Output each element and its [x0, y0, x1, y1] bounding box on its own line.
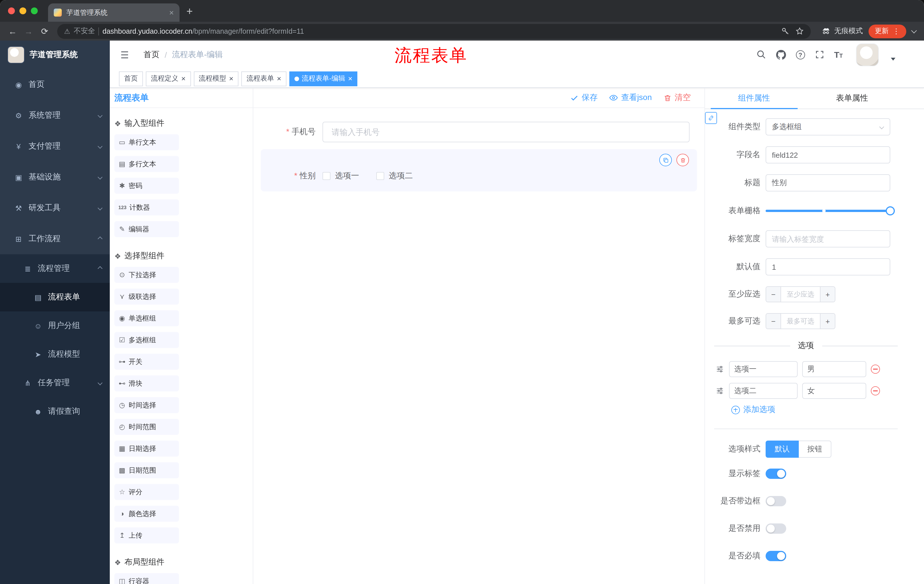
password-key-icon[interactable]: [781, 27, 790, 35]
comp-counter[interactable]: 123计数器: [114, 199, 179, 216]
tag-process-definition[interactable]: 流程定义 ×: [146, 71, 191, 86]
tag-home[interactable]: 首页: [119, 71, 143, 86]
sidebar-item-task-management[interactable]: ⋔ 任务管理: [0, 368, 110, 397]
tag-close-icon[interactable]: ×: [181, 75, 186, 82]
tag-close-icon[interactable]: ×: [277, 75, 281, 82]
toolbar-chevron-icon[interactable]: [911, 28, 917, 33]
browser-menu-icon[interactable]: ⋮: [893, 27, 900, 35]
field-name-input[interactable]: [766, 146, 890, 163]
back-button[interactable]: ←: [5, 26, 21, 36]
sidebar-item-home[interactable]: ◉ 首页: [0, 69, 110, 100]
sidebar-item-process-form[interactable]: ▤ 流程表单: [0, 283, 110, 311]
decrease-button[interactable]: −: [766, 314, 781, 329]
comp-color-picker[interactable]: ◑颜色选择: [114, 506, 179, 522]
tag-process-model[interactable]: 流程模型 ×: [193, 71, 238, 86]
comp-slider[interactable]: ⊷滑块: [114, 375, 179, 392]
increase-button[interactable]: +: [820, 287, 835, 302]
sidebar-logo[interactable]: 芋道管理系统: [0, 41, 110, 69]
show-label-switch[interactable]: [766, 469, 786, 479]
drag-handle-icon[interactable]: [715, 365, 724, 374]
drawing-item-gender[interactable]: 性别 选项一 选项二: [261, 149, 697, 191]
window-zoom-button[interactable]: [31, 7, 38, 14]
fullscreen-icon[interactable]: [815, 50, 824, 59]
comp-multi-line-text[interactable]: ▤多行文本: [114, 156, 179, 172]
border-switch[interactable]: [766, 496, 786, 506]
reload-button[interactable]: ⟳: [36, 26, 53, 36]
help-icon[interactable]: ?: [795, 50, 805, 59]
gender-option2-checkbox[interactable]: 选项二: [376, 171, 413, 181]
title-input[interactable]: [766, 174, 890, 191]
tab-close-icon[interactable]: ×: [169, 8, 174, 16]
comp-row-container[interactable]: ◫行容器: [114, 573, 179, 584]
comp-editor[interactable]: ✎编辑器: [114, 221, 179, 237]
comp-time-picker[interactable]: ◷时间选择: [114, 397, 179, 413]
sidebar-item-payment-management[interactable]: ¥ 支付管理: [0, 131, 110, 162]
forward-button[interactable]: →: [21, 26, 36, 36]
add-option-button[interactable]: 添加选项: [731, 405, 898, 415]
gender-option1-checkbox[interactable]: 选项一: [322, 171, 359, 181]
form-grid-slider[interactable]: [766, 210, 890, 212]
drag-handle-icon[interactable]: [715, 386, 724, 395]
sidebar-item-infrastructure[interactable]: ▣ 基础设施: [0, 162, 110, 192]
update-button[interactable]: 更新 ⋮: [868, 24, 906, 38]
sidebar-item-leave-query[interactable]: ☻ 请假查询: [0, 397, 110, 426]
comp-date-picker[interactable]: ▦日期选择: [114, 441, 179, 457]
disabled-switch[interactable]: [766, 523, 786, 534]
style-default-button[interactable]: 默认: [766, 441, 799, 458]
sidebar-item-workflow[interactable]: ⊞ 工作流程: [0, 224, 110, 254]
tag-close-icon[interactable]: ×: [229, 75, 233, 82]
comp-time-range[interactable]: ◴时间范围: [114, 419, 179, 435]
comp-single-line-text[interactable]: ▭单行文本: [114, 134, 179, 150]
window-minimize-button[interactable]: [20, 7, 26, 14]
increase-button[interactable]: +: [820, 314, 835, 329]
remove-option-button[interactable]: [871, 365, 880, 374]
option-value-input[interactable]: [802, 361, 866, 377]
breadcrumb-home[interactable]: 首页: [144, 49, 160, 60]
save-button[interactable]: 保存: [570, 92, 598, 103]
tag-close-icon[interactable]: ×: [348, 75, 353, 82]
clear-button[interactable]: 清空: [663, 92, 691, 103]
github-icon[interactable]: [776, 49, 786, 60]
hamburger-icon[interactable]: [119, 49, 130, 60]
decrease-button[interactable]: −: [766, 287, 781, 302]
comp-date-range[interactable]: ▩日期范围: [114, 462, 179, 478]
style-button-button[interactable]: 按钮: [799, 441, 832, 458]
copy-component-button[interactable]: [659, 154, 672, 166]
default-value-input[interactable]: [766, 258, 890, 275]
min-select-value[interactable]: 至少应选: [781, 287, 820, 302]
tag-process-form-edit[interactable]: 流程表单-编辑 ×: [289, 71, 358, 86]
option-label-input[interactable]: [729, 383, 798, 399]
comp-rate[interactable]: ☆评分: [114, 484, 179, 500]
browser-tab[interactable]: 芋道管理系统 ×: [48, 3, 180, 22]
comp-password[interactable]: ✱密码: [114, 178, 179, 194]
bookmark-star-icon[interactable]: [795, 27, 804, 35]
sidebar-item-system-management[interactable]: ⚙ 系统管理: [0, 100, 110, 131]
comp-checkbox-group[interactable]: ☑多选框组: [114, 332, 179, 348]
view-json-button[interactable]: 查看json: [609, 92, 652, 103]
user-avatar[interactable]: [856, 43, 879, 66]
font-size-icon[interactable]: TT: [834, 50, 843, 59]
tag-process-form[interactable]: 流程表单 ×: [241, 71, 286, 86]
comp-switch[interactable]: ⊶开关: [114, 354, 179, 370]
address-bar[interactable]: ⚠ 不安全 dashboard.yudao.iocoder.cn/bpm/man…: [57, 24, 811, 39]
new-tab-button[interactable]: +: [186, 5, 193, 16]
remove-option-button[interactable]: [871, 386, 880, 395]
sidebar-item-process-model[interactable]: ➤ 流程模型: [0, 340, 110, 368]
slider-handle[interactable]: [886, 206, 895, 216]
link-icon[interactable]: [705, 112, 717, 124]
option-value-input[interactable]: [802, 383, 866, 399]
comp-upload[interactable]: ↥上传: [114, 527, 179, 543]
max-select-value[interactable]: 最多可选: [781, 314, 820, 329]
comp-cascader[interactable]: ⋎级联选择: [114, 289, 179, 304]
search-icon[interactable]: [756, 50, 766, 59]
comp-radio-group[interactable]: ◉单选框组: [114, 310, 179, 326]
sidebar-item-user-group[interactable]: ☺ 用户分组: [0, 311, 110, 340]
sidebar-item-process-management[interactable]: ≣ 流程管理: [0, 254, 110, 283]
tab-component-props[interactable]: 组件属性: [705, 88, 803, 109]
comp-select[interactable]: ⊙下拉选择: [114, 267, 179, 283]
drawing-item-phone[interactable]: 手机号: [261, 115, 697, 149]
sidebar-item-dev-tools[interactable]: ⚒ 研发工具: [0, 192, 110, 224]
delete-component-button[interactable]: [676, 154, 689, 166]
tab-form-props[interactable]: 表单属性: [803, 88, 901, 109]
window-close-button[interactable]: [8, 7, 15, 14]
